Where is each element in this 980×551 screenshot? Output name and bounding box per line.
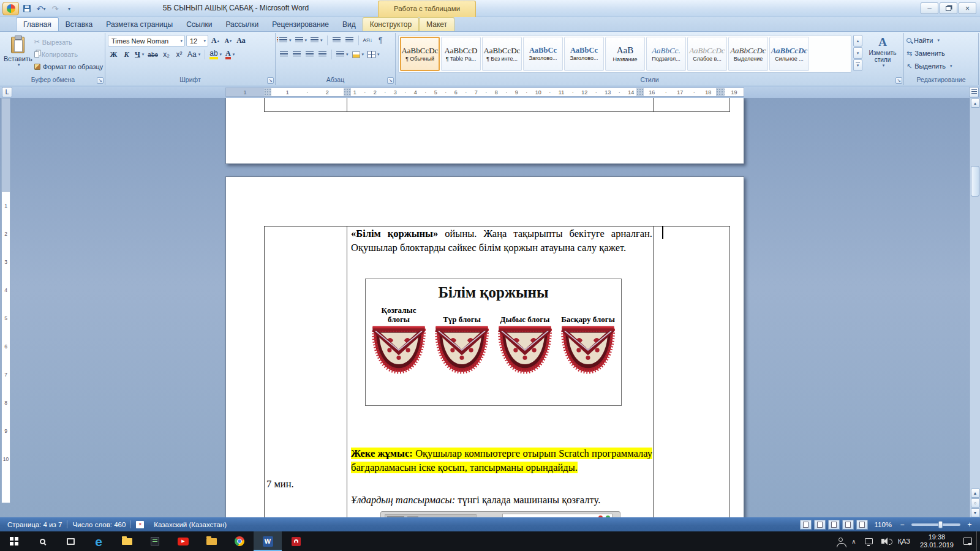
search-icon[interactable] (28, 531, 56, 551)
show-desktop-button[interactable] (976, 531, 980, 551)
task-view-icon[interactable] (56, 531, 85, 551)
bold-button[interactable]: Ж (108, 49, 119, 60)
multilevel-list-button[interactable] (309, 35, 324, 46)
redo-button[interactable]: ↷ (49, 2, 61, 15)
draft-view-button[interactable] (856, 520, 868, 530)
style-subtitle[interactable]: АаBbCс. Подзагол... (646, 37, 686, 71)
tab-table-design[interactable]: Конструктор (363, 17, 419, 31)
start-button[interactable] (0, 531, 28, 551)
increase-indent-button[interactable] (344, 35, 355, 46)
find-button[interactable]: Найти (907, 35, 940, 46)
styles-scroll-down-button[interactable]: ▾ (853, 47, 862, 59)
minimize-button[interactable]: – (921, 2, 938, 14)
people-icon[interactable] (834, 531, 847, 551)
styles-more-button[interactable]: ▾ (853, 59, 862, 71)
style-subtle-emphasis[interactable]: АаBbCcDс Слабое в... (687, 37, 727, 71)
align-center-button[interactable] (291, 49, 303, 60)
ruler-toggle-button[interactable] (969, 87, 979, 97)
font-dialog-launcher[interactable]: ↘ (267, 77, 274, 84)
bullets-button[interactable] (278, 35, 293, 46)
office-button[interactable] (2, 2, 19, 15)
horizontal-ruler[interactable]: 1 1 · 2 1 · 2 · 3 · 4 · 5 · 6 · 7 · 8 · … (225, 88, 744, 97)
select-browse-object-button[interactable]: ○ (971, 498, 980, 508)
style-strong[interactable]: АаBbCcDс Сильное ... (769, 37, 809, 71)
scroll-up-button[interactable]: ▴ (971, 99, 980, 108)
change-styles-button[interactable]: А Изменить стили (864, 35, 901, 68)
copy-button[interactable]: Копировать (32, 48, 105, 60)
tab-insert[interactable]: Вставка (59, 18, 100, 31)
dark-app-icon[interactable] (141, 531, 169, 551)
tab-stop-selector[interactable] (2, 87, 12, 97)
clock[interactable]: 19:38 23.01.2019 (914, 531, 959, 551)
print-layout-view-button[interactable] (800, 520, 812, 530)
knowledge-bag-figure[interactable]: Білім қоржыны Қозғалыс блогы (365, 279, 622, 406)
zoom-slider-thumb[interactable] (938, 521, 943, 528)
vertical-ruler[interactable]: 12345678910 (1, 98, 10, 503)
ruler-column-marker[interactable] (264, 88, 271, 96)
previous-page-button[interactable]: ▲ (971, 489, 980, 498)
numbering-button[interactable] (294, 35, 309, 46)
folder-icon[interactable] (197, 531, 225, 551)
clipboard-dialog-launcher[interactable]: ↘ (97, 77, 104, 84)
zoom-out-button[interactable]: − (898, 520, 907, 529)
style-heading-1[interactable]: АаBbCс Заголово... (523, 37, 563, 71)
network-icon[interactable] (861, 531, 877, 551)
undo-button[interactable]: ↶▾ (35, 2, 47, 15)
replace-button[interactable]: ⇆Заменить (907, 48, 945, 59)
zoom-in-button[interactable]: + (965, 520, 974, 529)
volume-icon[interactable] (877, 531, 894, 551)
restore-button[interactable] (940, 2, 957, 14)
scrollbar-thumb[interactable] (971, 166, 979, 197)
tab-references[interactable]: Ссылки (179, 18, 219, 31)
clear-formatting-button[interactable]: Аа (235, 36, 247, 47)
style-heading-2[interactable]: АаBbCc Заголово... (564, 37, 604, 71)
tab-mailings[interactable]: Рассылки (219, 18, 265, 31)
tray-expand-icon[interactable]: ∧ (847, 531, 860, 551)
next-page-button[interactable]: ▼ (971, 508, 980, 517)
paste-button[interactable]: Вставить (4, 35, 32, 76)
proofing-status-button[interactable]: × (131, 517, 149, 531)
full-screen-view-button[interactable] (814, 520, 826, 530)
tab-review[interactable]: Рецензирование (265, 18, 336, 31)
style-emphasis[interactable]: АаBbCcDс Выделение (728, 37, 768, 71)
styles-scroll-up-button[interactable]: ▴ (853, 35, 862, 47)
line-spacing-button[interactable] (335, 49, 350, 60)
underline-button[interactable]: Ч (134, 49, 145, 60)
borders-button[interactable] (366, 49, 381, 60)
vertical-scrollbar[interactable]: ▴ ▲ ○ ▼ (970, 98, 980, 517)
grow-font-button[interactable]: А▴ (209, 36, 221, 47)
justify-button[interactable] (317, 49, 328, 60)
language-status[interactable]: Казахский (Казахстан) (149, 517, 232, 531)
subscript-button[interactable]: x₂ (160, 49, 172, 60)
scrollbar-track[interactable] (970, 108, 980, 488)
format-painter-button[interactable]: Формат по образцу (32, 61, 105, 72)
styles-dialog-launcher[interactable]: ↘ (895, 77, 902, 84)
shading-button[interactable] (351, 49, 366, 60)
align-right-button[interactable] (304, 49, 315, 60)
tab-view[interactable]: Вид (336, 18, 363, 31)
tab-page-layout[interactable]: Разметка страницы (99, 18, 179, 31)
italic-button[interactable]: К (121, 49, 132, 60)
page-number-status[interactable]: Страница: 4 из 7 (2, 517, 67, 531)
ruler-column-marker[interactable] (716, 88, 725, 96)
tab-table-layout[interactable]: Макет (419, 17, 454, 31)
show-paragraph-marks-button[interactable]: ¶ (375, 35, 386, 46)
change-case-button[interactable]: Aa (186, 49, 202, 60)
word-count-status[interactable]: Число слов: 460 (67, 517, 130, 531)
paragraph-dialog-launcher[interactable]: ↘ (387, 77, 394, 84)
font-name-select[interactable]: Times New Roman▾ (108, 35, 185, 47)
outline-view-button[interactable] (842, 520, 854, 530)
action-center-icon[interactable] (959, 531, 976, 551)
align-left-button[interactable] (278, 49, 290, 60)
strikethrough-button[interactable]: abe (146, 49, 159, 60)
keyboard-language-indicator[interactable]: ҚАЗ (894, 531, 914, 551)
zoom-level[interactable]: 110% (870, 521, 895, 528)
youtube-icon[interactable]: ▶ (169, 531, 197, 551)
edge-icon[interactable]: e (85, 531, 113, 551)
save-button[interactable] (21, 2, 33, 15)
sort-button[interactable]: АЯ↓ (362, 35, 374, 46)
font-color-button[interactable]: А (224, 49, 236, 60)
shrink-font-button[interactable]: А▾ (222, 36, 234, 47)
ruler-column-marker[interactable] (636, 88, 644, 96)
close-button[interactable]: × (959, 2, 976, 14)
